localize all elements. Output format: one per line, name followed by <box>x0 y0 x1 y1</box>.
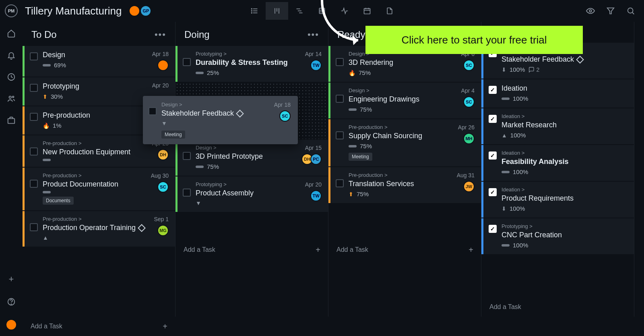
card-date: Apr 18 <box>274 102 291 108</box>
user-avatar[interactable] <box>6 319 17 330</box>
task-card[interactable]: Pre-production > Production Operator Tra… <box>23 211 175 247</box>
task-card[interactable]: Prototyping > Product Assembly ▼ Apr 20 … <box>175 176 328 212</box>
card-breadcrumb: Prototyping > <box>196 51 300 57</box>
column-ready: Ready Design > 3D Rendering 🔥 75% Apr 6 … <box>328 22 481 317</box>
avatar[interactable]: PC <box>310 153 322 165</box>
task-checkbox[interactable]: ✓ <box>489 225 497 233</box>
priority-high-icon: ⬆ <box>349 191 353 197</box>
app-logo[interactable]: PM <box>5 4 18 17</box>
card-title: Design <box>43 51 147 59</box>
view-gantt-icon[interactable] <box>288 2 311 20</box>
avatar[interactable]: SC <box>463 96 475 108</box>
avatar[interactable]: TW <box>310 190 322 201</box>
card-breadcrumb: Pre-production > <box>43 216 149 222</box>
projects-icon[interactable] <box>7 116 16 125</box>
avatar[interactable]: SC <box>463 60 475 71</box>
dragging-card[interactable]: Design > Stakeholder Feedback ▼ Meeting … <box>143 96 298 144</box>
task-checkbox[interactable] <box>30 113 38 121</box>
task-checkbox[interactable]: ✓ <box>489 115 497 123</box>
task-checkbox[interactable] <box>336 179 344 187</box>
task-card[interactable]: Design > Engineering Drawings 75% Apr 4 … <box>328 83 481 118</box>
task-card[interactable]: Design 69% Apr 18 <box>23 46 175 77</box>
avatar[interactable]: TW <box>310 60 322 71</box>
avatar[interactable]: GP <box>140 5 151 17</box>
avatar[interactable]: MG <box>157 225 169 236</box>
recent-icon[interactable] <box>7 73 16 81</box>
column-done: ✓ Ideation > Stakeholder Feedback ⬇ 100%… <box>481 22 634 317</box>
progress-icon <box>43 64 51 66</box>
filter-icon[interactable] <box>606 6 615 15</box>
card-breadcrumb: Prototyping > <box>502 223 623 229</box>
task-card[interactable]: Prototyping > Durability & Stress Testin… <box>175 46 328 82</box>
card-stripe <box>175 176 178 212</box>
avatar[interactable]: MH <box>463 133 475 144</box>
task-checkbox[interactable] <box>30 147 38 156</box>
task-checkbox[interactable]: ✓ <box>489 151 497 160</box>
card-stripe <box>328 167 330 203</box>
add-task-button[interactable]: Add a Task <box>481 297 634 317</box>
card-stripe <box>481 145 483 181</box>
add-task-button[interactable]: Add a Task+ <box>23 317 175 336</box>
avatar[interactable]: DH <box>157 149 169 160</box>
notifications-icon[interactable] <box>7 51 16 60</box>
card-title: New Production Equipment <box>43 148 147 156</box>
task-checkbox[interactable] <box>336 131 344 139</box>
tag: Meeting <box>349 153 372 161</box>
task-checkbox[interactable] <box>30 223 38 231</box>
task-card[interactable]: ✓ Ideation > Feasibility Analysis 100% <box>481 145 634 181</box>
card-title: Ideation <box>502 84 623 93</box>
task-card[interactable]: ✓ Prototyping > CNC Part Creation 100% <box>481 218 634 254</box>
task-card[interactable]: ✓ Ideation 100% <box>481 79 634 108</box>
plus-icon: + <box>163 322 167 331</box>
search-icon[interactable] <box>626 6 635 15</box>
task-checkbox[interactable] <box>336 58 344 66</box>
avatar[interactable]: SC <box>279 110 291 122</box>
task-card[interactable]: Pre-production > Supply Chain Sourcing 7… <box>328 119 481 166</box>
task-checkbox[interactable] <box>30 84 38 92</box>
svg-rect-26 <box>8 118 15 123</box>
view-files-icon[interactable] <box>378 2 401 20</box>
card-progress: 75% <box>359 69 371 76</box>
cta-banner[interactable]: Click here to start your free trial <box>365 26 583 54</box>
view-board-icon[interactable] <box>266 2 288 20</box>
add-task-button[interactable]: Add a Task+ <box>175 240 328 259</box>
avatar[interactable]: JW <box>463 181 475 192</box>
card-date: Apr 15 <box>305 145 322 151</box>
page-title: Tillery Manufacturing <box>25 5 122 17</box>
home-icon[interactable] <box>7 29 16 38</box>
task-checkbox[interactable] <box>183 58 191 66</box>
card-stripe <box>23 106 25 135</box>
team-icon[interactable] <box>7 94 16 103</box>
task-checkbox[interactable]: ✓ <box>489 188 497 196</box>
task-checkbox[interactable] <box>149 107 157 115</box>
help-icon[interactable] <box>7 297 16 306</box>
avatar[interactable] <box>129 5 140 17</box>
task-checkbox[interactable] <box>183 152 191 160</box>
task-checkbox[interactable] <box>183 189 191 197</box>
task-checkbox[interactable] <box>30 52 38 60</box>
add-task-button[interactable]: Add a Task+ <box>328 240 481 259</box>
card-title: Translation Services <box>349 180 452 188</box>
task-checkbox[interactable]: ✓ <box>489 86 497 94</box>
header-avatars[interactable]: GP <box>129 5 151 17</box>
task-checkbox[interactable] <box>336 95 344 103</box>
comments-icon[interactable]: 2 <box>528 66 539 73</box>
progress-icon <box>196 72 204 74</box>
card-progress: 75% <box>360 143 372 149</box>
avatar[interactable] <box>157 60 169 71</box>
view-list-icon[interactable] <box>243 2 266 20</box>
task-card[interactable]: Pre-production > Product Documentation D… <box>23 168 175 210</box>
task-card[interactable]: ✓ Ideation > Product Requirements ⬇ 100% <box>481 182 634 218</box>
task-card[interactable]: ✓ Ideation > Market Research ▲ 100% <box>481 108 634 144</box>
task-card[interactable]: Pre-production > Translation Services ⬆ … <box>328 167 481 203</box>
tag: Meeting <box>161 131 185 139</box>
task-checkbox[interactable] <box>30 180 38 188</box>
svg-marker-29 <box>352 35 358 45</box>
avatar[interactable]: SC <box>157 181 169 193</box>
card-date: Aug 30 <box>151 172 169 179</box>
task-card[interactable]: Design > 3D Printed Prototype 75% Apr 15… <box>175 140 328 176</box>
card-stripe <box>481 182 483 218</box>
column-menu-icon[interactable]: ••• <box>155 29 166 40</box>
visibility-icon[interactable] <box>586 6 595 15</box>
add-icon[interactable]: + <box>9 274 14 284</box>
